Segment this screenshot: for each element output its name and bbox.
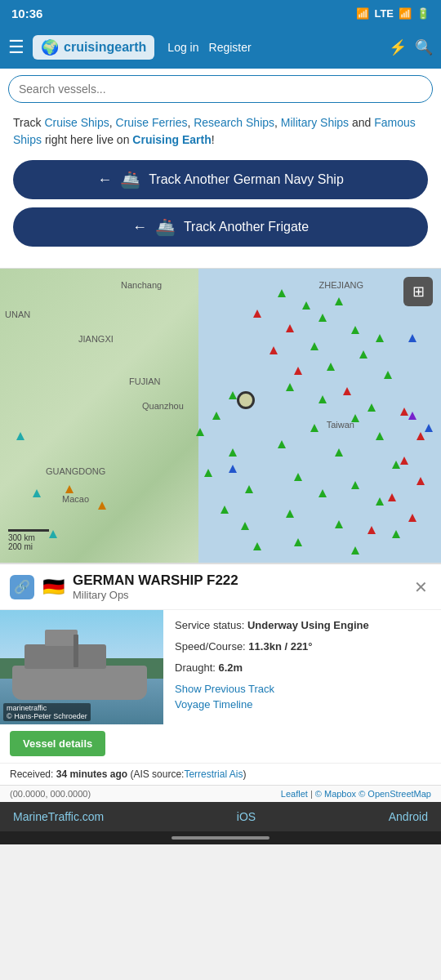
ship-marker <box>204 469 212 477</box>
ship-marker <box>335 520 343 528</box>
ship-marker <box>49 530 57 538</box>
signal-icon: 📶 <box>399 7 412 20</box>
label-quanzhou: Quanzhou <box>142 401 184 411</box>
received-bar: Received: 34 minutes ago (AIS source:Ter… <box>0 763 441 785</box>
link-icon-box[interactable]: 🔗 <box>10 575 34 599</box>
show-previous-track-link[interactable]: Show Previous Track <box>175 683 430 695</box>
leaflet-link[interactable]: Leaflet <box>281 789 308 799</box>
and-text: and <box>349 116 374 129</box>
ship-marker <box>302 301 310 310</box>
ship-marker <box>212 412 220 420</box>
ship-marker <box>327 363 335 371</box>
status-bar: 10:36 📶 LTE 📶 🔋 <box>0 0 441 26</box>
search-input[interactable] <box>8 75 433 103</box>
lightning-icon[interactable]: ⚡ <box>389 38 407 56</box>
ship-marker <box>33 489 41 497</box>
ship-flag: 🇩🇪 <box>42 577 65 598</box>
label-macao: Macao <box>62 494 89 504</box>
label-jiangxi: JIANGXI <box>78 334 114 344</box>
track-frigate-label: Track Another Frigate <box>184 220 309 234</box>
ais-source-link[interactable]: Terrestrial Ais <box>184 768 243 780</box>
ship-marker <box>351 481 359 489</box>
received-prefix: Received: <box>10 768 56 780</box>
ship-marker <box>368 403 376 412</box>
ship-marker <box>351 414 359 422</box>
ship-icon: 🚢 <box>120 170 140 189</box>
ios-link[interactable]: iOS <box>237 810 256 823</box>
android-link[interactable]: Android <box>389 810 428 823</box>
service-status: Service status: Underway Using Engine <box>175 618 430 633</box>
login-link[interactable]: Log in <box>167 41 198 54</box>
ship-marker <box>245 485 253 493</box>
ship-marker <box>229 448 237 457</box>
received-time: 34 minutes ago <box>56 768 127 780</box>
ship-marker <box>408 514 416 522</box>
ship-type: Military Ops <box>73 589 403 601</box>
map-container[interactable]: Nanchang ZHEJIANG UNAN JIANGXI FUJIAN Qu… <box>0 269 441 563</box>
ship-marker <box>392 461 400 469</box>
cruise-ships-link[interactable]: Cruise Ships <box>44 116 109 129</box>
scale-km: 300 km <box>8 533 49 542</box>
ship-marker <box>310 424 318 432</box>
status-icons: 📶 LTE 📶 🔋 <box>356 7 430 20</box>
hamburger-menu[interactable]: ☰ <box>8 37 24 58</box>
ship-marker <box>388 493 396 501</box>
ship-marker <box>384 371 392 379</box>
track-frigate-button[interactable]: ← 🚢 Track Another Frigate <box>13 207 428 247</box>
arrow-left-icon: ← <box>97 172 112 189</box>
ship-marker <box>286 324 294 332</box>
ship-marker <box>359 350 368 359</box>
track-german-navy-button[interactable]: ← 🚢 Track Another German Navy Ship <box>13 160 428 199</box>
research-ships-link[interactable]: Research Ships <box>194 116 274 129</box>
track-prefix: Track <box>13 116 44 129</box>
ship-marker <box>408 334 416 342</box>
mapbox-link[interactable]: © Mapbox <box>315 789 356 799</box>
draught-label: Draught: <box>175 662 218 674</box>
draught-value: 6.2m <box>218 662 243 674</box>
close-button[interactable]: ✕ <box>411 574 431 600</box>
military-ships-link[interactable]: Military Ships <box>281 116 349 129</box>
logo-icon: 🌍 <box>41 38 59 56</box>
track-links-section: Track Cruise Ships, Cruise Ferries, Rese… <box>0 106 441 269</box>
ship-marker <box>65 485 74 493</box>
label-nanchang: Nanchang <box>121 280 162 290</box>
nav-links: Log in Register <box>167 41 251 54</box>
ship-marker <box>400 408 408 416</box>
speed-course: Speed/Course: 11.3kn / 221° <box>175 639 430 654</box>
register-link[interactable]: Register <box>209 41 252 54</box>
ship-marker <box>318 395 327 403</box>
service-status-label: Service status: <box>175 619 247 631</box>
map-water-south <box>240 474 416 563</box>
ship-marker <box>318 489 327 497</box>
ship-marker <box>294 473 302 481</box>
ship-marker <box>408 412 416 420</box>
cruise-ferries-link[interactable]: Cruise Ferries <box>116 116 188 129</box>
ship-marker <box>376 432 384 440</box>
speed-label: Speed/Course: <box>175 640 248 653</box>
osm-link[interactable]: © OpenStreetMap <box>359 789 431 799</box>
ship-name: GERMAN WARSHIP F222 <box>73 572 403 589</box>
ship-details: Service status: Underway Using Engine Sp… <box>163 610 441 724</box>
battery-icon: 🔋 <box>416 7 430 20</box>
logo-box[interactable]: 🌍 cruisingearth <box>33 35 154 60</box>
map-background: Nanchang ZHEJIANG UNAN JIANGXI FUJIAN Qu… <box>0 269 441 563</box>
ship-marker <box>286 510 294 518</box>
image-copyright: © Hans-Peter Schroeder <box>7 712 87 720</box>
search-bar-container <box>0 69 441 106</box>
map-grid-button[interactable]: ⊞ <box>403 277 433 306</box>
ship-marker <box>310 342 318 350</box>
scale-mi: 200 mi <box>8 542 49 551</box>
voyage-timeline-link[interactable]: Voyage Timeline <box>175 698 430 710</box>
marine-traffic-link[interactable]: MarineTraffic.com <box>13 810 104 823</box>
brand-name: Cruising Earth <box>132 133 211 146</box>
ship-marker <box>270 346 278 354</box>
vessel-details-button[interactable]: Vessel details <box>10 731 105 756</box>
search-icon[interactable]: 🔍 <box>415 38 433 56</box>
track-suffix: right here live on <box>42 133 132 146</box>
marinetraffic-label: marinetraffic <box>7 704 47 712</box>
ship-marker <box>318 314 327 322</box>
ship-marker <box>229 391 237 399</box>
label-fujian: FUJIAN <box>129 376 161 386</box>
arrow-left-icon-2: ← <box>132 219 147 236</box>
target-marker <box>237 391 255 409</box>
